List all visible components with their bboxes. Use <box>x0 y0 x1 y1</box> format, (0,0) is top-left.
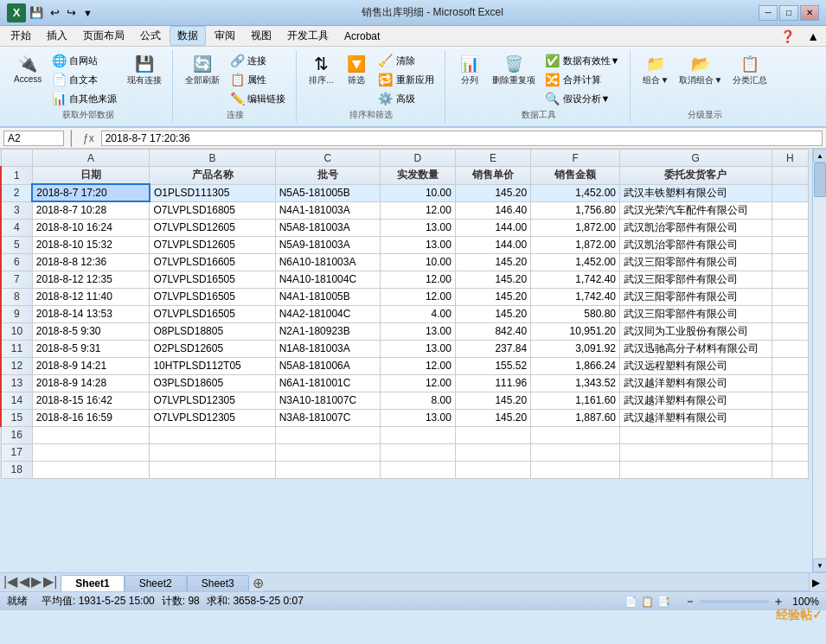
row-number[interactable]: 7 <box>1 271 32 288</box>
table-cell[interactable]: N2A1-180923B <box>275 322 380 340</box>
table-cell[interactable] <box>772 236 808 253</box>
sheet-nav-prev[interactable]: ◀ <box>19 573 29 590</box>
table-cell[interactable]: O7LVPLSD12305 <box>150 392 275 409</box>
table-cell[interactable] <box>380 461 455 478</box>
reapply-button[interactable]: 🔁 重新应用 <box>375 71 438 88</box>
table-cell[interactable]: 145.20 <box>455 253 530 271</box>
table-cell[interactable]: N5A9-181003A <box>275 236 380 253</box>
table-cell[interactable]: N4A10-181004C <box>275 271 380 288</box>
table-cell[interactable] <box>772 443 808 461</box>
row-number[interactable]: 2 <box>1 184 32 201</box>
menu-view[interactable]: 视图 <box>244 27 279 45</box>
website-button[interactable]: 🌐 自网站 <box>48 52 120 69</box>
other-sources-button[interactable]: 📊 自其他来源 <box>48 90 120 107</box>
merge-calculate-button[interactable]: 🔀 合并计算 <box>542 71 624 88</box>
menu-page-layout[interactable]: 页面布局 <box>76 27 131 45</box>
table-cell[interactable]: 2018-8-12 11:40 <box>32 288 150 305</box>
filter-button[interactable]: 🔽 筛选 <box>341 52 372 107</box>
subtotal-button[interactable]: 📋 分类汇总 <box>729 52 771 107</box>
table-cell[interactable]: 842.40 <box>455 322 530 340</box>
table-cell[interactable]: 委托发货客户 <box>620 167 772 185</box>
table-cell[interactable]: 1,343.52 <box>531 374 620 392</box>
table-cell[interactable]: 4.00 <box>380 305 455 322</box>
quick-access-save[interactable]: 💾 <box>29 6 43 19</box>
table-cell[interactable]: N6A1-181001C <box>275 374 380 392</box>
table-cell[interactable]: 武汉越洋塑料有限公司 <box>620 409 772 426</box>
zoom-level[interactable]: 100% <box>788 596 819 608</box>
table-cell[interactable] <box>772 357 808 374</box>
zoom-in-icon[interactable]: ＋ <box>772 594 784 609</box>
table-cell[interactable]: N3A8-181007C <box>275 409 380 426</box>
table-cell[interactable]: 2018-8-15 16:42 <box>32 392 150 409</box>
clear-button[interactable]: 🧹 清除 <box>375 52 438 69</box>
table-cell[interactable]: 武汉越洋塑料有限公司 <box>620 392 772 409</box>
table-cell[interactable] <box>620 461 772 478</box>
table-cell[interactable]: 1,756.80 <box>531 201 620 219</box>
table-cell[interactable]: 10,951.20 <box>531 322 620 340</box>
table-cell[interactable]: 1,872.00 <box>531 219 620 236</box>
table-cell[interactable]: 13.00 <box>380 236 455 253</box>
table-cell[interactable]: 2018-8-5 9:31 <box>32 340 150 357</box>
col-header-E[interactable]: E <box>455 150 530 167</box>
table-cell[interactable]: 2018-8-9 14:28 <box>32 374 150 392</box>
table-cell[interactable]: 武汉远程塑料有限公司 <box>620 357 772 374</box>
col-header-A[interactable]: A <box>32 150 150 167</box>
table-cell[interactable]: 1,452.00 <box>531 184 620 201</box>
table-cell[interactable]: 111.96 <box>455 374 530 392</box>
sheet-scroll-right[interactable]: ▶ <box>809 573 823 591</box>
row-number[interactable]: 9 <box>1 305 32 322</box>
table-cell[interactable]: 12.00 <box>380 288 455 305</box>
sheet-nav-first[interactable]: |◀ <box>3 573 17 590</box>
row-number[interactable]: 11 <box>1 340 32 357</box>
table-cell[interactable]: 12.00 <box>380 271 455 288</box>
row-number[interactable]: 1 <box>1 167 32 185</box>
menu-formula[interactable]: 公式 <box>133 27 168 45</box>
table-cell[interactable] <box>531 461 620 478</box>
table-cell[interactable]: N5A5-181005B <box>275 184 380 201</box>
sheet-tab-3[interactable]: Sheet3 <box>187 575 249 591</box>
table-cell[interactable] <box>620 443 772 461</box>
table-cell[interactable]: 144.00 <box>455 236 530 253</box>
table-cell[interactable]: 145.20 <box>455 392 530 409</box>
table-cell[interactable] <box>32 443 150 461</box>
table-cell[interactable]: 产品名称 <box>150 167 275 185</box>
table-cell[interactable]: 13.00 <box>380 409 455 426</box>
menu-review[interactable]: 审阅 <box>208 27 242 45</box>
row-number[interactable]: 8 <box>1 288 32 305</box>
cell-reference[interactable]: A2 <box>3 131 64 146</box>
table-cell[interactable]: 实发数量 <box>380 167 455 185</box>
table-cell[interactable]: 2018-8-10 16:24 <box>32 219 150 236</box>
normal-view-icon[interactable]: 📄 <box>624 596 637 608</box>
menu-insert[interactable]: 插入 <box>40 27 74 45</box>
row-number[interactable]: 16 <box>1 426 32 443</box>
row-number[interactable]: 14 <box>1 392 32 409</box>
zoom-slider[interactable] <box>700 600 769 603</box>
table-cell[interactable]: 12.00 <box>380 357 455 374</box>
refresh-all-button[interactable]: 🔄 全部刷新 <box>182 52 223 107</box>
table-cell[interactable]: 2018-8-9 14:21 <box>32 357 150 374</box>
minimize-ribbon[interactable]: ▲ <box>804 29 823 43</box>
table-cell[interactable]: N6A10-181003A <box>275 253 380 271</box>
zoom-out-icon[interactable]: － <box>684 594 696 609</box>
help-icon[interactable]: ❓ <box>773 29 802 43</box>
table-cell[interactable]: 13.00 <box>380 340 455 357</box>
table-cell[interactable] <box>772 288 808 305</box>
vertical-scrollbar[interactable]: ▲ ▼ <box>812 149 826 572</box>
col-header-B[interactable]: B <box>150 150 275 167</box>
table-cell[interactable]: N4A1-181005B <box>275 288 380 305</box>
table-cell[interactable] <box>772 409 808 426</box>
table-cell[interactable] <box>150 443 275 461</box>
table-cell[interactable]: 1,452.00 <box>531 253 620 271</box>
table-cell[interactable]: 1,742.40 <box>531 288 620 305</box>
table-cell[interactable]: 武汉三阳零部件有限公司 <box>620 271 772 288</box>
sheet-scroll[interactable]: A B C D E F G H 1日期产品名称批号实发数量销售单价销售金额委托发… <box>0 149 809 572</box>
table-cell[interactable]: 145.20 <box>455 305 530 322</box>
col-header-G[interactable]: G <box>620 150 772 167</box>
table-cell[interactable]: O7LVPLSD16505 <box>150 305 275 322</box>
table-cell[interactable]: O7LVPLSD16505 <box>150 288 275 305</box>
table-cell[interactable] <box>32 426 150 443</box>
table-cell[interactable]: O1PLSD111305 <box>150 184 275 201</box>
table-cell[interactable]: 销售金额 <box>531 167 620 185</box>
table-cell[interactable]: O7LVPLSD12605 <box>150 236 275 253</box>
group-button[interactable]: 📁 组合▼ <box>639 52 672 107</box>
